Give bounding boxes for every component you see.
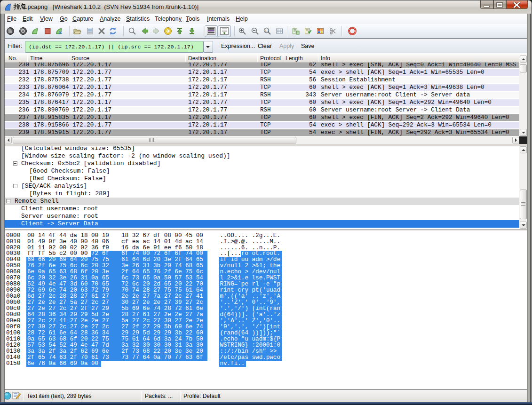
svg-text:1:1: 1:1 xyxy=(265,29,269,32)
